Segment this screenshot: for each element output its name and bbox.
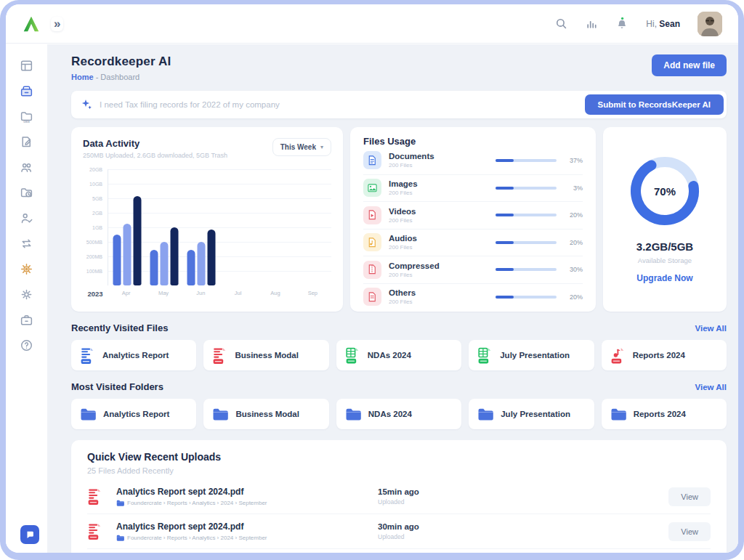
search-icon[interactable]: [554, 17, 567, 31]
main-content: Recordkeeper AI Home - Dashboard Add new…: [48, 44, 738, 553]
file-card[interactable]: Business Modal: [203, 340, 328, 370]
sidebar-item-workspace[interactable]: [17, 310, 36, 329]
feedback-chat-widget[interactable]: [20, 525, 39, 544]
folder-icon: [80, 407, 96, 421]
storage-usage: 3.2GB/5GB: [636, 240, 693, 253]
folder-card[interactable]: NDAs 2024: [336, 399, 461, 429]
ai-query-input[interactable]: [100, 100, 585, 109]
file-icon: [477, 346, 493, 365]
upload-path-text: Foundercrate › Reports › Analytics › 202…: [127, 500, 267, 506]
file-card[interactable]: July Presentation: [469, 340, 594, 370]
folder-card[interactable]: Reports 2024: [602, 399, 727, 429]
y-tick-label: 5GB: [92, 196, 102, 201]
folder-icon: [610, 407, 626, 421]
folder-name: Analytics Report: [103, 410, 169, 418]
breadcrumb: Home - Dashboard: [71, 73, 171, 81]
notifications-bell-icon[interactable]: [615, 17, 628, 31]
breadcrumb-home[interactable]: Home: [71, 73, 94, 81]
storage-caption: Available Storage: [638, 256, 692, 264]
folder-name: July Presentation: [501, 410, 570, 418]
sidebar-item-dashboard[interactable]: [17, 56, 36, 75]
upload-time: 30min ago: [378, 522, 652, 531]
zip-file-icon: [363, 261, 381, 279]
y-tick-label: 500MB: [86, 240, 102, 245]
usage-count: 200 Files: [389, 272, 440, 278]
app-logo-icon: [22, 15, 41, 33]
folder-card[interactable]: July Presentation: [469, 399, 594, 429]
folder-icon: [212, 407, 228, 421]
range-dropdown[interactable]: This Week ▾: [272, 138, 331, 156]
chart-bar: [113, 235, 121, 285]
upload-file-name: Analytics Report sept 2024.pdf: [116, 522, 378, 532]
folders-title: Most Visited Folders: [71, 381, 163, 392]
usage-progress-bar: [496, 241, 557, 244]
file-card[interactable]: Reports 2024: [602, 340, 727, 370]
stats-icon[interactable]: [585, 17, 598, 31]
files-usage-card: Files Usage Documents 200 Files 37% Imag…: [350, 127, 596, 312]
upgrade-now-link[interactable]: Upgrade Now: [636, 273, 692, 283]
folder-card[interactable]: Business Modal: [203, 399, 328, 429]
usage-progress-bar: [496, 296, 557, 299]
y-tick-label: 10GB: [89, 182, 102, 187]
folder-icon: [345, 407, 361, 421]
doc-file-icon: [363, 151, 381, 169]
upload-path-text: Foundercrate › Reports › Analytics › 202…: [127, 535, 267, 541]
chevron-down-icon: ▾: [320, 144, 323, 150]
usage-count: 200 Files: [389, 162, 434, 169]
gridline: [108, 242, 331, 243]
chart-bar: [123, 224, 131, 285]
gridline: [108, 227, 331, 228]
gridline: [108, 271, 331, 272]
ai-submit-button[interactable]: Submit to RecordsKeeper AI: [585, 94, 724, 115]
usage-percent: 20%: [561, 211, 583, 219]
user-avatar[interactable]: [698, 12, 722, 36]
folder-card[interactable]: Analytics Report: [71, 399, 196, 429]
chart-plot: [108, 169, 331, 285]
file-icon: [212, 346, 227, 365]
gridline: [108, 169, 331, 170]
file-card[interactable]: Analytics Report: [71, 340, 196, 370]
greeting: Hi, Sean: [646, 19, 680, 29]
data-activity-card: Data Activity 250MB Uploaded, 2.6GB down…: [71, 127, 343, 312]
sidebar-item-records[interactable]: [17, 81, 36, 100]
video-file-icon: [363, 206, 381, 224]
upload-path: Foundercrate › Reports › Analytics › 202…: [116, 500, 378, 506]
usage-row: Documents 200 Files 37%: [363, 147, 583, 174]
upload-row: Analytics Report sept 2024.pdf Foundercr…: [87, 514, 711, 548]
sidebar-item-team[interactable]: [17, 158, 36, 176]
usage-percent: 3%: [561, 184, 583, 192]
file-name: Reports 2024: [633, 351, 685, 360]
recent-files-title: Recently Visited Files: [71, 322, 168, 333]
view-button[interactable]: View: [668, 522, 711, 541]
ai-query-bar: Submit to RecordsKeeper AI: [71, 91, 727, 118]
folders-view-all[interactable]: View All: [695, 383, 727, 391]
usage-row: Audios 200 Files 20%: [363, 229, 583, 256]
recent-files-view-all[interactable]: View All: [695, 324, 727, 333]
y-tick-label: 1GB: [92, 225, 102, 230]
sidebar-collapse-icon[interactable]: »: [51, 17, 63, 31]
sidebar-item-help[interactable]: [17, 336, 36, 354]
sidebar-item-recent[interactable]: [17, 183, 36, 202]
uploads-title: Quick View Recent Uploads: [87, 451, 711, 463]
upload-row: Analytics Report sept 2024.pdf Foundercr…: [87, 548, 711, 553]
sidebar-item-profile[interactable]: [17, 208, 36, 227]
x-tick-label: Aug: [256, 290, 294, 298]
gridline: [108, 198, 331, 199]
file-name: Business Modal: [235, 351, 299, 360]
view-button[interactable]: View: [668, 487, 711, 506]
sidebar-item-data-files[interactable]: data: [17, 107, 36, 126]
sidebar-item-settings[interactable]: [17, 285, 36, 304]
y-tick-label: 100MB: [86, 269, 102, 274]
sidebar-item-ai-assistant[interactable]: [17, 259, 36, 278]
sidebar-item-transfer[interactable]: [17, 234, 36, 253]
usage-progress-bar: [496, 159, 557, 162]
user-name: Sean: [659, 19, 680, 29]
add-new-file-button[interactable]: Add new file: [652, 54, 727, 76]
file-card[interactable]: NDAs 2024: [336, 340, 461, 370]
y-tick-label: 200MB: [86, 254, 102, 259]
sidebar-item-notes[interactable]: [17, 132, 36, 151]
other-file-icon: [363, 288, 381, 306]
folder-name: NDAs 2024: [368, 410, 412, 418]
folder-name: Business Modal: [235, 410, 299, 418]
bar-group-May: [150, 227, 178, 285]
